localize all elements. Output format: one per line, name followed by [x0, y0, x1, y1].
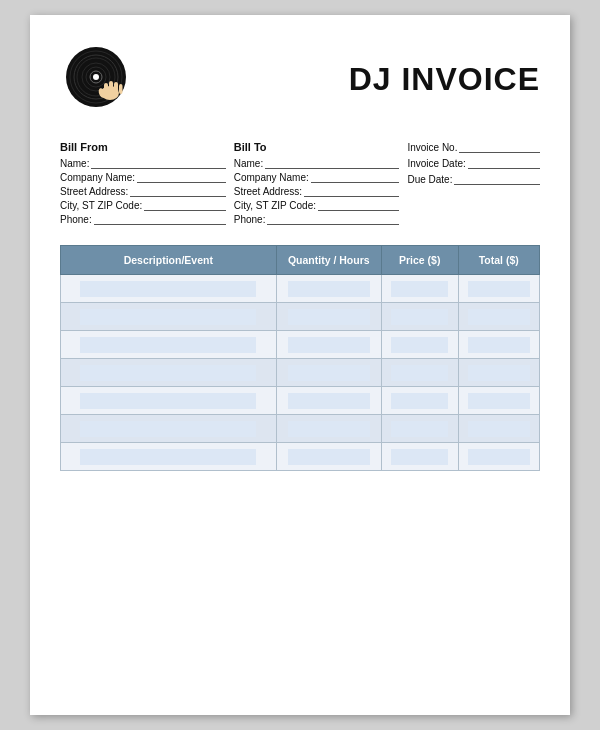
bill-from-address-field[interactable]	[130, 185, 225, 197]
bill-from-company-row: Company Name:	[60, 171, 226, 183]
bill-to-phone-field[interactable]	[267, 213, 399, 225]
col-header-total: Total ($)	[458, 246, 539, 275]
header: DJ INVOICE	[60, 39, 540, 119]
bill-to-city-field[interactable]	[318, 199, 399, 211]
invoice-no-label: Invoice No.	[407, 142, 457, 153]
table-row[interactable]	[61, 275, 540, 303]
cell-input-area	[288, 337, 370, 353]
bill-from-company-label: Company Name:	[60, 172, 135, 183]
cell-input-area	[391, 309, 448, 325]
invoice-info-block: Invoice No. Invoice Date: Due Date:	[407, 141, 540, 227]
table-cell[interactable]	[276, 303, 381, 331]
table-row[interactable]	[61, 303, 540, 331]
table-cell[interactable]	[61, 387, 277, 415]
cell-input-area	[288, 281, 370, 297]
table-cell[interactable]	[276, 275, 381, 303]
cell-input-area	[80, 449, 256, 465]
bill-from-company-field[interactable]	[137, 171, 226, 183]
cell-input-area	[288, 393, 370, 409]
cell-input-area	[288, 309, 370, 325]
table-row[interactable]	[61, 443, 540, 471]
bill-to-phone-label: Phone:	[234, 214, 266, 225]
bill-to-name-row: Name:	[234, 157, 400, 169]
table-row[interactable]	[61, 359, 540, 387]
bill-to-company-label: Company Name:	[234, 172, 309, 183]
table-cell[interactable]	[458, 415, 539, 443]
table-header-row: Description/Event Quantity / Hours Price…	[61, 246, 540, 275]
table-cell[interactable]	[276, 359, 381, 387]
table-cell[interactable]	[381, 275, 458, 303]
table-cell[interactable]	[61, 275, 277, 303]
bill-to-block: Bill To Name: Company Name: Street Addre…	[234, 141, 408, 227]
cell-input-area	[80, 337, 256, 353]
table-cell[interactable]	[276, 387, 381, 415]
invoice-no-field[interactable]	[459, 141, 540, 153]
invoice-title: DJ INVOICE	[349, 61, 540, 98]
cell-input-area	[288, 449, 370, 465]
cell-input-area	[468, 309, 530, 325]
table-cell[interactable]	[458, 359, 539, 387]
logo-area	[60, 39, 140, 119]
cell-input-area	[288, 365, 370, 381]
bill-from-city-label: City, ST ZIP Code:	[60, 200, 142, 211]
table-row[interactable]	[61, 331, 540, 359]
table-cell[interactable]	[381, 303, 458, 331]
col-header-description: Description/Event	[61, 246, 277, 275]
cell-input-area	[80, 421, 256, 437]
bill-from-name-row: Name:	[60, 157, 226, 169]
table-cell[interactable]	[458, 275, 539, 303]
bill-to-name-label: Name:	[234, 158, 263, 169]
bill-to-city-label: City, ST ZIP Code:	[234, 200, 316, 211]
table-cell[interactable]	[458, 387, 539, 415]
due-date-field[interactable]	[454, 173, 540, 185]
invoice-no-row: Invoice No.	[407, 141, 540, 153]
svg-rect-10	[109, 81, 113, 94]
bill-to-address-field[interactable]	[304, 185, 399, 197]
due-date-label: Due Date:	[407, 174, 452, 185]
invoice-table: Description/Event Quantity / Hours Price…	[60, 245, 540, 471]
bill-from-phone-label: Phone:	[60, 214, 92, 225]
table-cell[interactable]	[381, 387, 458, 415]
table-cell[interactable]	[381, 415, 458, 443]
table-cell[interactable]	[276, 443, 381, 471]
dj-logo-icon	[60, 39, 140, 119]
table-cell[interactable]	[61, 415, 277, 443]
table-cell[interactable]	[381, 443, 458, 471]
cell-input-area	[468, 337, 530, 353]
cell-input-area	[80, 309, 256, 325]
table-cell[interactable]	[458, 303, 539, 331]
cell-input-area	[468, 421, 530, 437]
bill-from-name-label: Name:	[60, 158, 89, 169]
table-cell[interactable]	[381, 359, 458, 387]
table-cell[interactable]	[61, 303, 277, 331]
bill-to-name-field[interactable]	[265, 157, 399, 169]
bill-to-company-row: Company Name:	[234, 171, 400, 183]
billing-section: Bill From Name: Company Name: Street Add…	[60, 141, 540, 227]
cell-input-area	[391, 281, 448, 297]
table-cell[interactable]	[61, 331, 277, 359]
bill-from-city-field[interactable]	[144, 199, 225, 211]
bill-from-city-row: City, ST ZIP Code:	[60, 199, 226, 211]
cell-input-area	[288, 421, 370, 437]
table-cell[interactable]	[276, 415, 381, 443]
table-cell[interactable]	[61, 359, 277, 387]
cell-input-area	[468, 281, 530, 297]
cell-input-area	[468, 365, 530, 381]
bill-from-address-row: Street Address:	[60, 185, 226, 197]
bill-from-heading: Bill From	[60, 141, 226, 153]
cell-input-area	[468, 393, 530, 409]
table-cell[interactable]	[458, 331, 539, 359]
bill-from-block: Bill From Name: Company Name: Street Add…	[60, 141, 234, 227]
table-cell[interactable]	[61, 443, 277, 471]
bill-to-address-row: Street Address:	[234, 185, 400, 197]
table-cell[interactable]	[381, 331, 458, 359]
invoice-date-field[interactable]	[468, 157, 540, 169]
table-cell[interactable]	[458, 443, 539, 471]
bill-from-phone-field[interactable]	[94, 213, 226, 225]
cell-input-area	[391, 337, 448, 353]
table-cell[interactable]	[276, 331, 381, 359]
table-row[interactable]	[61, 387, 540, 415]
table-row[interactable]	[61, 415, 540, 443]
bill-to-company-field[interactable]	[311, 171, 400, 183]
bill-from-name-field[interactable]	[91, 157, 225, 169]
